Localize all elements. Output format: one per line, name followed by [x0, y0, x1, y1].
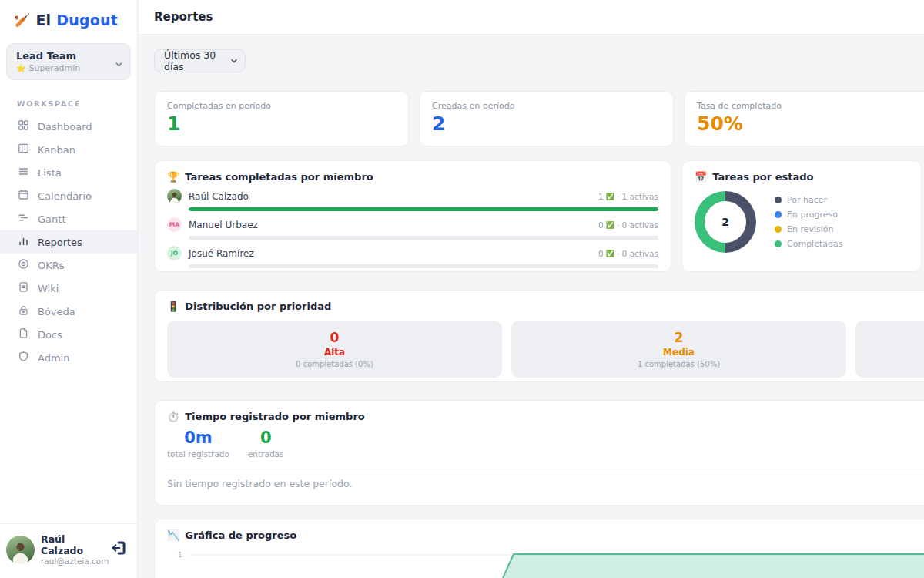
donut-center-value: 2 [695, 191, 756, 253]
legend-item: Completadas [775, 239, 842, 249]
check-icon: ✅ [606, 221, 614, 229]
y-axis-tick: 1 [178, 551, 182, 559]
priority-card-third [855, 321, 924, 378]
sidebar-item-docs[interactable]: Docs [0, 323, 137, 346]
team-selector[interactable]: Lead Team ⭐ Superadmin [6, 43, 131, 80]
member-avatar: JO [167, 246, 182, 260]
workspace-section-label: WORKSPACE [17, 99, 137, 108]
priority-card-media: 2 Media 1 completadas (50%) [511, 321, 846, 378]
traffic-light-icon: 🚦 [167, 301, 179, 312]
sidebar-item-gantt[interactable]: Gantt [0, 207, 137, 230]
trophy-icon: 🏆 [167, 171, 179, 183]
member-avatar [167, 189, 182, 203]
logout-icon [111, 544, 126, 559]
sidebar-item-lista[interactable]: Lista [0, 161, 137, 184]
priority-distribution-card: 🚦 Distribución por prioridad 0 Alta 0 co… [154, 290, 924, 382]
sidebar-item-admin[interactable]: Admin [0, 346, 137, 369]
member-progress-bar [189, 236, 658, 240]
member-progress-bar [189, 264, 658, 268]
user-email: raul@azteia.com [41, 556, 105, 566]
check-icon: ✅ [606, 250, 614, 257]
calendar-icon [18, 189, 29, 203]
legend-dot [775, 211, 782, 218]
check-icon: ✅ [606, 193, 614, 200]
user-profile[interactable]: Raúl Calzado raul@azteia.com [0, 523, 137, 578]
stat-value: 50% [697, 113, 924, 135]
sidebar: 🏏 El Dugout Lead Team ⭐ Superadmin WORKS… [0, 0, 138, 578]
legend-dot [775, 240, 782, 247]
progress-chart: 1 [167, 546, 924, 578]
stat-card-completed: Completadas en período 1 [154, 91, 409, 146]
priority-card-title: Distribución por prioridad [185, 301, 331, 312]
dashboard-grid-icon [18, 119, 29, 133]
sidebar-item-wiki[interactable]: Wiki [0, 277, 137, 300]
time-empty-message: Sin tiempo registrado en este período. [167, 478, 924, 489]
chart-emoji-icon: 📉 [167, 529, 179, 541]
stats-row: Completadas en período 1 Creadas en perí… [154, 91, 924, 146]
team-role-label: Superadmin [28, 63, 80, 73]
sidebar-item-reportes[interactable]: Reportes [0, 230, 137, 254]
time-logged-card: ⏱️ Tiempo registrado por miembro 0m tota… [154, 400, 924, 506]
main-content: Últimos 30 días Completadas en período 1… [139, 35, 924, 578]
doc-icon [18, 328, 29, 341]
stat-value: 1 [167, 113, 396, 135]
progress-card-title: Gráfica de progreso [185, 529, 296, 541]
logo-text-dugout: Dugout [56, 12, 118, 29]
gantt-bars-icon [18, 212, 29, 226]
app-logo: 🏏 El Dugout [0, 0, 137, 29]
stat-card-created: Creadas en período 2 [419, 91, 674, 146]
chevron-down-icon [115, 57, 123, 72]
legend-dot [775, 197, 782, 203]
bar-chart-icon [18, 235, 29, 249]
stat-value: 2 [432, 113, 661, 135]
period-select-value: Últimos 30 días [164, 49, 230, 72]
stopwatch-icon: ⏱️ [167, 411, 179, 422]
legend-item: Por hacer [775, 195, 842, 205]
team-name: Lead Team [16, 50, 110, 62]
sidebar-nav: Dashboard Kanban Lista Calendario Gantt … [0, 115, 137, 369]
status-card-title: Tareas por estado [712, 171, 813, 183]
members-completed-card: 🏆 Tareas completadas por miembro Raúl Ca… [154, 160, 671, 272]
sidebar-item-boveda[interactable]: Bóveda [0, 300, 137, 323]
lock-icon [18, 304, 29, 318]
member-row: JO Josué Ramírez 0 ✅ · 0 activas [167, 246, 658, 268]
wiki-doc-icon [18, 281, 29, 295]
page-title: Reportes [139, 0, 924, 24]
topbar: Reportes [139, 0, 924, 35]
app-root: 🏏 El Dugout Lead Team ⭐ Superadmin WORKS… [0, 0, 924, 578]
member-row: MA Manuel Urbaez 0 ✅ · 0 activas [167, 217, 658, 240]
status-legend: Por hacer En progreso En revisión Comple… [775, 195, 842, 249]
progress-graph-card: 📉 Gráfica de progreso 1 [154, 519, 924, 578]
stat-card-completion-rate: Tasa de completado 50% [684, 91, 924, 146]
time-card-title: Tiempo registrado por miembro [185, 411, 365, 422]
priority-card-alta: 0 Alta 0 completadas (0%) [167, 321, 502, 378]
sidebar-item-dashboard[interactable]: Dashboard [0, 115, 137, 138]
members-card-title: Tareas completadas por miembro [185, 171, 373, 183]
user-avatar [6, 536, 35, 564]
sidebar-item-okrs[interactable]: OKRs [0, 254, 137, 277]
legend-item: En progreso [775, 210, 842, 220]
period-select[interactable]: Últimos 30 días [154, 49, 246, 72]
star-icon: ⭐ [16, 64, 25, 72]
member-avatar: MA [167, 217, 182, 232]
member-row: Raúl Calzado 1 ✅ · 1 activas [167, 189, 658, 211]
target-icon [18, 258, 29, 272]
bat-logo-icon: 🏏 [14, 12, 30, 28]
legend-dot [775, 226, 782, 233]
status-donut-chart: 2 [695, 191, 756, 253]
divider [167, 469, 924, 469]
member-progress-bar [189, 207, 658, 211]
calendar-emoji-icon: 📅 [695, 171, 707, 183]
time-entries-stat: 0 entradas [248, 429, 284, 459]
list-icon [18, 166, 29, 180]
logout-button[interactable] [111, 540, 126, 559]
user-name: Raúl Calzado [41, 533, 105, 556]
shield-icon [18, 351, 29, 365]
logo-text-el: El [35, 12, 51, 29]
progress-area-svg [186, 546, 924, 578]
sidebar-item-calendario[interactable]: Calendario [0, 184, 137, 207]
legend-item: En revisión [775, 224, 842, 234]
sidebar-item-kanban[interactable]: Kanban [0, 138, 137, 161]
kanban-icon [18, 143, 29, 156]
chevron-down-icon [230, 55, 238, 67]
